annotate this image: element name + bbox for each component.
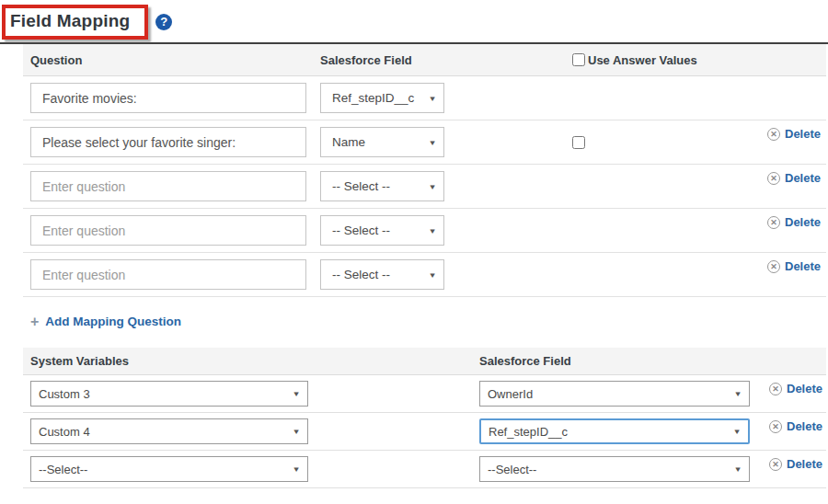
system-variable-select-wrap-1: Custom 3 ▼ bbox=[30, 381, 308, 407]
circle-x-icon: ✕ bbox=[767, 172, 780, 185]
salesforce-field-select-wrap-1: Ref_stepID__c ▼ bbox=[320, 83, 444, 113]
system-salesforce-field-select-3[interactable]: --Select-- bbox=[480, 457, 749, 481]
question-input-5[interactable] bbox=[30, 259, 306, 290]
delete-label: Delete bbox=[787, 457, 822, 471]
salesforce-field-column-header: Salesforce Field bbox=[479, 354, 769, 368]
delete-question-row-5-button[interactable]: ✕ Delete bbox=[767, 259, 821, 273]
delete-question-row-3-button[interactable]: ✕ Delete bbox=[767, 171, 821, 185]
system-salesforce-field-select-wrap-3: --Select-- ▼ bbox=[479, 456, 750, 482]
use-answer-values-label: Use Answer Values bbox=[588, 53, 697, 67]
system-variable-select-wrap-2: Custom 4 ▼ bbox=[30, 418, 308, 444]
question-input-1[interactable] bbox=[30, 83, 306, 113]
system-salesforce-field-select-wrap-1: OwnerId ▼ bbox=[479, 381, 750, 407]
use-answer-values-header-checkbox[interactable] bbox=[572, 53, 585, 66]
system-row-1: Custom 3 ▼ OwnerId ▼ ✕ Delete bbox=[23, 375, 826, 413]
add-mapping-question-label: Add Mapping Question bbox=[45, 315, 181, 328]
question-input-4[interactable] bbox=[30, 215, 306, 246]
salesforce-field-select-2[interactable]: Name bbox=[321, 128, 443, 156]
question-row-1: Ref_stepID__c ▼ bbox=[23, 76, 826, 120]
circle-x-icon: ✕ bbox=[769, 420, 782, 433]
system-variable-select-wrap-3: --Select-- ▼ bbox=[30, 456, 308, 482]
delete-question-row-2-button[interactable]: ✕ Delete bbox=[767, 127, 821, 141]
question-row-3: -- Select -- ▼ ✕ Delete bbox=[23, 165, 826, 209]
system-row-3: --Select-- ▼ --Select-- ▼ ✕ Delete bbox=[23, 451, 826, 488]
system-variable-select-1[interactable]: Custom 3 bbox=[31, 382, 307, 406]
question-table-header: Question Salesforce Field Use Answer Val… bbox=[23, 44, 826, 76]
delete-label: Delete bbox=[785, 215, 821, 229]
circle-x-icon: ✕ bbox=[767, 216, 780, 229]
delete-label: Delete bbox=[787, 419, 822, 433]
circle-x-icon: ✕ bbox=[767, 128, 780, 141]
salesforce-field-select-wrap-4: -- Select -- ▼ bbox=[320, 215, 444, 246]
circle-x-icon: ✕ bbox=[769, 458, 782, 471]
system-row-2: Custom 4 ▼ Ref_stepID__c ▼ ✕ Delete bbox=[23, 413, 826, 451]
question-row-2: Name ▼ ✕ Delete bbox=[23, 120, 826, 165]
help-icon[interactable]: ? bbox=[155, 14, 172, 30]
add-mapping-question-button[interactable]: + Add Mapping Question bbox=[30, 315, 181, 328]
system-variable-select-3[interactable]: --Select-- bbox=[31, 457, 307, 481]
use-answer-values-header: Use Answer Values bbox=[572, 53, 767, 67]
circle-x-icon: ✕ bbox=[769, 383, 782, 395]
salesforce-field-select-wrap-2: Name ▼ bbox=[320, 127, 444, 157]
system-variables-column-header: System Variables bbox=[30, 354, 479, 368]
use-answer-values-checkbox-row-2[interactable] bbox=[572, 136, 585, 149]
delete-question-row-4-button[interactable]: ✕ Delete bbox=[767, 215, 821, 229]
system-variables-table: System Variables Salesforce Field Custom… bbox=[23, 348, 826, 488]
delete-label: Delete bbox=[785, 171, 821, 185]
delete-system-row-3-button[interactable]: ✕ Delete bbox=[769, 457, 822, 471]
salesforce-field-select-wrap-3: -- Select -- ▼ bbox=[320, 171, 444, 201]
page-title: Field Mapping bbox=[10, 11, 130, 30]
question-mapping-table: Question Salesforce Field Use Answer Val… bbox=[23, 44, 826, 297]
plus-icon: + bbox=[30, 315, 39, 328]
salesforce-field-select-4[interactable]: -- Select -- bbox=[321, 216, 443, 245]
delete-label: Delete bbox=[787, 382, 822, 395]
salesforce-field-column-header: Salesforce Field bbox=[320, 53, 572, 67]
system-variable-select-2[interactable]: Custom 4 bbox=[31, 419, 307, 443]
circle-x-icon: ✕ bbox=[767, 260, 780, 273]
system-salesforce-field-select-2[interactable]: Ref_stepID__c bbox=[481, 420, 748, 442]
salesforce-field-select-5[interactable]: -- Select -- bbox=[321, 260, 443, 289]
delete-label: Delete bbox=[785, 259, 821, 273]
question-row-5: -- Select -- ▼ ✕ Delete bbox=[23, 253, 826, 297]
salesforce-field-select-1[interactable]: Ref_stepID__c bbox=[321, 84, 443, 112]
salesforce-field-select-3[interactable]: -- Select -- bbox=[321, 172, 443, 200]
delete-system-row-2-button[interactable]: ✕ Delete bbox=[769, 419, 822, 433]
annotation-red-box: Field Mapping bbox=[2, 5, 148, 40]
title-bar: Field Mapping ? bbox=[2, 5, 828, 40]
question-column-header: Question bbox=[30, 53, 320, 67]
question-input-3[interactable] bbox=[30, 171, 306, 201]
system-salesforce-field-select-1[interactable]: OwnerId bbox=[480, 382, 749, 406]
system-table-header: System Variables Salesforce Field bbox=[23, 348, 826, 375]
salesforce-field-select-wrap-5: -- Select -- ▼ bbox=[320, 259, 444, 290]
question-row-4: -- Select -- ▼ ✕ Delete bbox=[23, 209, 826, 253]
question-input-2[interactable] bbox=[30, 127, 306, 157]
delete-label: Delete bbox=[785, 127, 821, 141]
system-salesforce-field-select-wrap-2-focused: Ref_stepID__c ▼ bbox=[479, 418, 750, 444]
delete-system-row-1-button[interactable]: ✕ Delete bbox=[769, 382, 822, 395]
